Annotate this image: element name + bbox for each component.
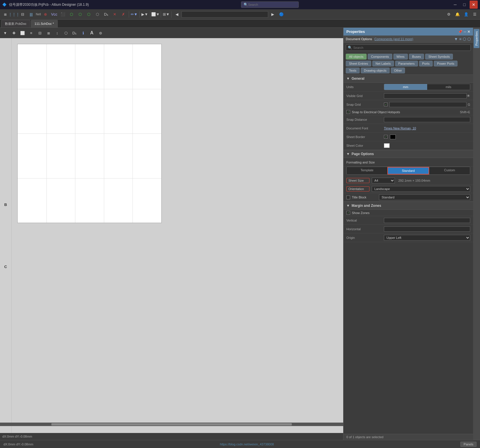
snap-grid-checkbox[interactable] [384,103,388,106]
tab-pcbdoc[interactable]: 数最新.PcbDoc [1,20,30,27]
sheet-color-swatch[interactable] [384,143,390,148]
filter-parameters[interactable]: Parameters [395,61,418,66]
format-tab-template[interactable]: Template [347,167,387,174]
filter-sheet-symbols[interactable]: Sheet Symbols [425,54,453,60]
canvas-tool-filter[interactable]: ▼ [1,29,9,37]
filter-wires[interactable]: Wires [393,54,408,60]
panel-collapse-icon[interactable]: ⬡ [467,37,471,41]
tab-document-options[interactable]: Document Options [346,37,372,41]
format-tab-standard[interactable]: Standard [387,167,429,174]
toolbar-icon-grid[interactable]: ⊞▼ [162,10,170,18]
sidebar-tab-properties[interactable]: Properties [474,29,479,48]
canvas-tool-eq[interactable]: ≣ [44,29,53,37]
snap-electrical-checkbox[interactable] [346,110,350,114]
canvas-tool-d1[interactable]: D₁ [70,29,79,37]
canvas-tool-add[interactable]: ✚ [10,29,18,37]
path-input[interactable]: C:\Users\win\Desktop\模板工程\111.SchDoc [182,11,268,18]
format-tab-custom[interactable]: Custom [429,167,470,174]
margin-section-header[interactable]: ▼ Margin and Zones [343,202,473,210]
panel-search[interactable]: 🔍 [346,44,471,51]
filter-texts[interactable]: Texts [346,68,360,73]
schematic-canvas[interactable]: B C [0,38,343,433]
toolbar-icon-11[interactable]: ⬡ [94,10,102,18]
canvas-tool-measure[interactable]: ↕ [53,29,61,37]
panel-expand-icon[interactable]: ⬡ [463,37,466,41]
search-input[interactable] [248,3,294,6]
snap-distance-input[interactable]: 5mm [384,117,470,122]
canvas-tool-align[interactable]: ≡ [27,29,35,37]
filter-power-ports[interactable]: Power Ports [434,61,457,66]
search-box[interactable]: 🔍 [241,1,299,8]
toolbar-icon-2[interactable]: ⋮⋮⋮ [10,10,18,18]
sheet-border-label: Sheet Border [346,135,384,139]
panel-options-icon[interactable]: ≡ [459,37,462,41]
toolbar-icon-10[interactable]: ⬡ [85,10,93,18]
toolbar-icon-x2[interactable]: ✗ [119,10,128,18]
toolbar-icon-5[interactable]: ⊕ [42,10,50,18]
toolbar-icon-nav2[interactable]: ▶ [269,10,277,18]
filter-sheet-entries[interactable]: Sheet Entries [346,61,371,66]
toolbar-icon-6[interactable]: Vcc [50,10,58,18]
filter-net-labels[interactable]: Net Labels [372,61,394,66]
panel-minimize-icon[interactable]: ─ [464,30,466,34]
vertical-input[interactable]: 4 [384,218,470,223]
origin-select[interactable]: Upper Left Lower Left Center [384,235,470,241]
show-zones-checkbox[interactable] [346,211,350,215]
horizontal-label: Horizontal [346,227,384,231]
minimize-button[interactable]: ─ [451,1,459,9]
canvas-tool-info[interactable]: ℹ [79,29,87,37]
maximize-button[interactable]: □ [460,1,468,9]
toolbar-bell[interactable]: 🔔 [453,10,462,18]
toolbar-icon-nav3[interactable]: 🔵 [277,10,285,18]
panel-search-input[interactable] [353,46,469,49]
tab-components[interactable]: Components (and 11 more) [374,37,413,41]
panel-close-icon[interactable]: ✕ [467,30,470,34]
toolbar-icon-3[interactable]: ⊟ [18,10,27,18]
toolbar-icon-nav1[interactable]: ◀ [173,10,181,18]
sheet-size-select[interactable]: A4 A3 A2 Letter [372,178,395,183]
canvas-tool-paste[interactable]: ⬡ [62,29,70,37]
toolbar-icon-x1[interactable]: ✕ [111,10,119,18]
filter-buses[interactable]: Buses [409,54,424,60]
panel-pin-icon[interactable]: 📌 [458,30,462,34]
toolbar-user[interactable]: 👤 [462,10,470,18]
close-button[interactable]: ✕ [470,1,478,9]
filter-other[interactable]: Other [391,68,405,73]
panels-button[interactable]: Panels [460,442,477,447]
toolbar-icon-arrow[interactable]: ▶▼ [141,10,149,18]
title-block-checkbox[interactable] [346,196,350,199]
toolbar-icon-7[interactable]: ⬛ [59,10,67,18]
filter-ports[interactable]: Ports [419,61,433,66]
toolbar-icon-4[interactable]: ||| [27,10,35,18]
units-mils-btn[interactable]: mils [427,84,470,90]
tab-schdoc[interactable]: 111.SchDoc * [31,20,58,27]
toolbar-icon-pen[interactable]: ✏▼ [130,10,138,18]
filter-all-objects[interactable]: All objects [346,54,367,60]
toolbar-icon-9[interactable]: ⬡ [76,10,84,18]
canvas-tool-text[interactable]: A [88,29,96,37]
canvas-tool-dist[interactable]: ⊟ [36,29,44,37]
orientation-row: Orientation Landscape Portrait [343,185,473,193]
toolbar-icon-8[interactable]: ⬡ [68,10,76,18]
snap-grid-input[interactable]: 5mm [389,102,466,107]
toolbar-icon-sq[interactable]: ⬜▼ [152,10,160,18]
filter-icon[interactable]: ▼ [454,37,458,41]
toolbar-menu[interactable]: ☰ [471,10,479,18]
orientation-select[interactable]: Landscape Portrait [372,186,470,192]
sheet-border-color[interactable] [390,135,396,139]
canvas-tool-rect[interactable]: ⬜ [18,29,27,37]
canvas-tool-circle[interactable]: ⊚ [96,29,104,37]
general-section-header[interactable]: ▼ General [343,75,473,83]
horizontal-input[interactable]: 4 [384,226,470,232]
title-block-select[interactable]: Standard None [379,194,470,200]
visible-grid-input[interactable]: 1mm [384,93,467,98]
units-mm-btn[interactable]: mm [384,84,427,90]
toolbar-icon-d1[interactable]: D₁ [102,10,110,18]
page-options-section-header[interactable]: ▼ Page Options [343,150,473,158]
toolbar-gear[interactable]: ⚙ [445,10,453,18]
filter-drawing-objects[interactable]: Drawing objects [361,68,390,73]
sheet-border-checkbox[interactable] [384,135,388,139]
title-block-label: Title Block [352,196,375,199]
filter-components[interactable]: Components [368,54,392,60]
visible-grid-eye[interactable]: 👁 [467,94,470,98]
